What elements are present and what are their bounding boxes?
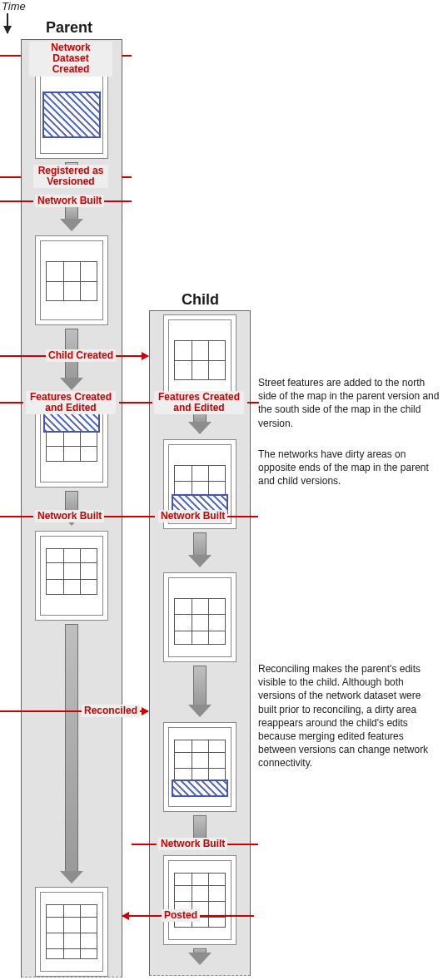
arrow-down-icon	[193, 948, 207, 953]
label-child-created: Child Created	[46, 349, 116, 362]
label-network-built-p1: Network Built	[35, 195, 104, 207]
child-state-built	[163, 572, 236, 662]
arrow-down-icon	[65, 624, 78, 872]
arrow-down-icon	[193, 532, 207, 556]
note-reconcile: Reconciling makes the parent's edits vis…	[258, 662, 441, 770]
heading-parent: Parent	[46, 19, 92, 37]
label-network-built-c1: Network Built	[158, 510, 227, 522]
leader-line	[0, 402, 23, 403]
label-reconciled: Reconciled	[82, 705, 140, 717]
label-posted: Posted	[162, 909, 200, 922]
label-features-edited-parent: Features Created and Edited	[26, 391, 116, 414]
parent-state-created	[35, 69, 108, 159]
parent-state-built2	[35, 531, 108, 621]
child-state-reconciled	[163, 722, 236, 812]
leader-line	[122, 176, 132, 178]
leader-line	[0, 55, 21, 57]
note-dirty: The networks have dirty areas on opposit…	[258, 448, 441, 488]
leader-line	[226, 516, 258, 517]
leader-line	[122, 55, 132, 57]
leader-line	[247, 402, 259, 403]
time-arrow-icon	[7, 13, 8, 33]
leader-line	[119, 402, 152, 403]
parent-state-posted	[35, 887, 108, 977]
arrow-down-icon	[193, 666, 207, 705]
label-network-built-c2: Network Built	[158, 838, 227, 850]
leader-line	[0, 176, 21, 178]
label-registered: Registered as Versioned	[33, 165, 108, 188]
leader-line	[103, 200, 132, 202]
arrow-down-icon	[193, 815, 207, 839]
label-features-edited-child: Features Created and Edited	[154, 391, 244, 414]
leader-line	[0, 516, 33, 517]
label-network-created: Network Dataset Created	[29, 42, 112, 77]
parent-state-built	[35, 235, 108, 325]
leader-line	[226, 844, 258, 845]
leader-line	[0, 200, 33, 202]
heading-child: Child	[182, 291, 219, 309]
child-state-built2	[163, 855, 236, 945]
note-features: Street features are added to the north s…	[258, 376, 441, 430]
time-label: Time	[2, 0, 26, 12]
leader-line	[103, 516, 155, 517]
leader-line	[132, 844, 157, 845]
label-network-built-p2: Network Built	[35, 510, 104, 522]
